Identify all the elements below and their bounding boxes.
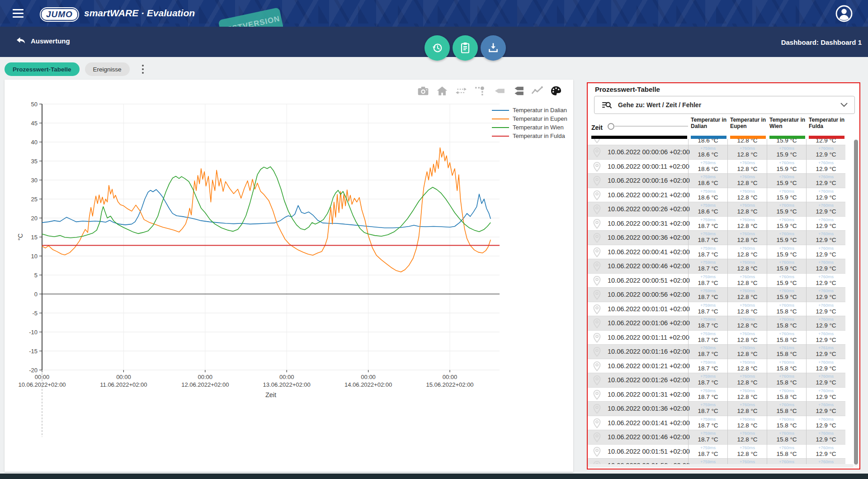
table-row[interactable]: 10.06.2022 00:00:16 +02:00+759ms18.6 °C+… — [588, 174, 845, 188]
table-row[interactable]: 10.06.2022 00:00:31 +02:00+759ms18.7 °C+… — [588, 217, 845, 231]
table-row[interactable]: 10.06.2022 00:00:51 +02:00+759ms18.7 °C+… — [588, 274, 845, 288]
legend-item[interactable]: Temperatur in Eupen — [492, 114, 567, 123]
location-pin-icon — [591, 147, 603, 160]
legend-item[interactable]: Temperatur in Fulda — [492, 132, 567, 140]
value-cell: +760ms12.8 °C — [727, 388, 767, 402]
table-row[interactable]: 10.06.2022 00:00:46 +02:00+759ms18.7 °C+… — [588, 259, 845, 274]
ms-offset: +759ms — [689, 303, 727, 308]
ms-offset: +759ms — [689, 217, 727, 223]
table-row[interactable]: +759ms18.6 °C+760ms12.8 °C+760ms15.9 °C+… — [588, 139, 845, 145]
table-row[interactable]: 10.06.2022 00:00:21 +02:00+759ms18.6 °C+… — [588, 188, 845, 203]
value-cell: +760ms12.9 °C — [806, 430, 845, 445]
temperature-value: 18.7 °C — [689, 451, 727, 458]
tab-ereignisse[interactable]: Ereignisse — [85, 62, 130, 76]
ms-offset: +760ms — [767, 331, 806, 337]
horizontal-scrollbar[interactable] — [589, 464, 854, 468]
palette-icon[interactable] — [550, 85, 562, 97]
temperature-value: 12.8 °C — [728, 208, 767, 215]
table-row[interactable]: 10.06.2022 00:00:26 +02:00+759ms18.6 °C+… — [588, 202, 845, 217]
row-timestamp: 10.06.2022 00:00:31 +02:00 — [608, 220, 690, 227]
value-cell: +760ms12.8 °C — [727, 188, 767, 203]
table-row[interactable]: 10.06.2022 00:00:11 +02:00+759ms18.6 °C+… — [588, 160, 845, 174]
ms-offset: +760ms — [728, 345, 767, 351]
table-row[interactable]: 10.06.2022 00:01:41 +02:00+759ms18.7 °C+… — [588, 416, 845, 431]
line-chart-icon[interactable] — [531, 85, 543, 97]
menu-icon[interactable] — [13, 9, 24, 18]
time-slider[interactable] — [608, 123, 614, 130]
legend-item[interactable]: Temperatur in Wien — [492, 123, 567, 132]
temperature-value: 12.8 °C — [728, 322, 767, 329]
column-header[interactable]: Temperatur in Fulda — [809, 117, 846, 129]
table-row[interactable]: 10.06.2022 00:00:56 +02:00+759ms18.7 °C+… — [588, 288, 845, 302]
history-button[interactable] — [425, 35, 450, 61]
svg-text:14.06.2022+02:00: 14.06.2022+02:00 — [344, 381, 392, 388]
value-cell: +760ms12.8 °C — [727, 445, 767, 459]
camera-icon[interactable] — [417, 85, 429, 97]
value-cell: +760ms12.8 °C — [727, 202, 767, 217]
value-cell: +760ms15.8 °C — [767, 430, 806, 445]
table-row[interactable]: 10.06.2022 00:01:21 +02:00+759ms18.7 °C+… — [588, 359, 845, 374]
hover-points-icon[interactable] — [474, 85, 486, 97]
temperature-value: 12.9 °C — [807, 251, 845, 258]
temperature-value: 18.6 °C — [689, 139, 727, 144]
vertical-scrollbar-thumb[interactable] — [854, 140, 858, 465]
value-cell: +760ms12.9 °C — [806, 145, 845, 160]
tag-icon[interactable] — [493, 85, 505, 97]
column-header[interactable]: Temperatur in Dalian — [691, 117, 728, 129]
ms-offset: +759ms — [689, 189, 727, 194]
row-timestamp: 10.06.2022 00:01:31 +02:00 — [608, 391, 690, 398]
column-header[interactable]: Temperatur in Eupen — [730, 117, 768, 129]
time-slider-track — [615, 126, 688, 127]
location-pin-icon — [591, 204, 603, 217]
home-icon[interactable] — [436, 85, 448, 97]
table-row[interactable]: 10.06.2022 00:01:36 +02:00+759ms18.7 °C+… — [588, 402, 845, 416]
temperature-value: 15.8 °C — [767, 337, 806, 344]
value-cell: +759ms18.6 °C — [688, 188, 727, 203]
table-row[interactable]: 10.06.2022 00:01:16 +02:00+760ms18.7 °C+… — [588, 345, 845, 359]
prozesswert-tabelle-panel: Prozesswert-Tabelle Gehe zu: Wert / Zeit… — [587, 82, 860, 470]
table-row[interactable]: 10.06.2022 00:01:31 +02:00+759ms18.7 °C+… — [588, 388, 845, 402]
table-row[interactable]: 10.06.2022 00:01:01 +02:00+759ms18.7 °C+… — [588, 302, 845, 317]
temperature-value: 12.8 °C — [728, 265, 767, 272]
ms-offset: +759ms — [689, 146, 727, 151]
tab-prozesswert-tabelle[interactable]: Prozesswert-Tabelle — [5, 62, 80, 76]
table-row[interactable]: 10.06.2022 00:00:06 +02:00+759ms18.6 °C+… — [588, 145, 845, 160]
chevron-down-icon — [840, 102, 848, 108]
temperature-value: 12.9 °C — [807, 436, 845, 443]
back-button[interactable]: Auswertung — [15, 36, 70, 46]
table-row[interactable]: 10.06.2022 00:00:41 +02:00+759ms18.7 °C+… — [588, 245, 845, 260]
location-pin-icon — [591, 261, 603, 274]
download-button[interactable] — [481, 35, 506, 61]
value-cell: +760ms15.9 °C — [767, 245, 806, 260]
column-header[interactable]: Temperatur in Wien — [769, 117, 807, 129]
table-row[interactable]: 10.06.2022 00:01:26 +02:00+759ms18.7 °C+… — [588, 373, 845, 388]
table-row[interactable]: 10.06.2022 00:01:51 +02:00+759ms18.7 °C+… — [588, 445, 845, 459]
table-row[interactable]: 10.06.2022 00:01:06 +02:00+759ms18.7 °C+… — [588, 316, 845, 331]
temperature-value: 12.8 °C — [728, 308, 767, 315]
table-row[interactable]: 10.06.2022 00:00:36 +02:00+759ms18.7 °C+… — [588, 231, 845, 245]
temperature-value: 12.9 °C — [807, 322, 845, 329]
tags-icon[interactable] — [512, 85, 524, 97]
table-row[interactable]: 10.06.2022 00:01:46 +02:00+759ms18.7 °C+… — [588, 430, 845, 445]
row-timestamp: 10.06.2022 00:00:16 +02:00 — [608, 177, 690, 184]
clipboard-button[interactable] — [453, 35, 478, 61]
ms-offset: +759ms — [689, 374, 727, 379]
row-timestamp: 10.06.2022 00:00:41 +02:00 — [608, 248, 690, 256]
page-title: Auswertung — [31, 37, 70, 45]
temperature-value: 15.9 °C — [767, 180, 806, 187]
legend-item[interactable]: Temperatur in Dalian — [492, 106, 567, 114]
temperature-line-chart[interactable]: -20-15-10-50510152025303540455000:0010.0… — [5, 80, 573, 472]
row-timestamp: 10.06.2022 00:01:51 +02:00 — [608, 448, 690, 455]
more-options-icon[interactable] — [139, 63, 147, 75]
temperature-value: 18.7 °C — [689, 322, 727, 329]
user-avatar-icon[interactable] — [835, 5, 853, 22]
ms-offset: +759ms — [689, 274, 727, 280]
row-timestamp: 10.06.2022 00:01:21 +02:00 — [608, 362, 690, 370]
value-cell: +760ms15.9 °C — [767, 188, 806, 203]
table-row[interactable]: 10.06.2022 00:01:11 +02:00+759ms18.7 °C+… — [588, 331, 845, 345]
goto-dropdown[interactable]: Gehe zu: Wert / Zeit / Fehler — [594, 96, 855, 114]
ms-offset: +760ms — [728, 189, 767, 194]
pan-arrows-icon[interactable] — [455, 85, 467, 97]
ms-offset: +760ms — [728, 417, 767, 422]
value-cell: +760ms12.8 °C — [727, 145, 767, 160]
